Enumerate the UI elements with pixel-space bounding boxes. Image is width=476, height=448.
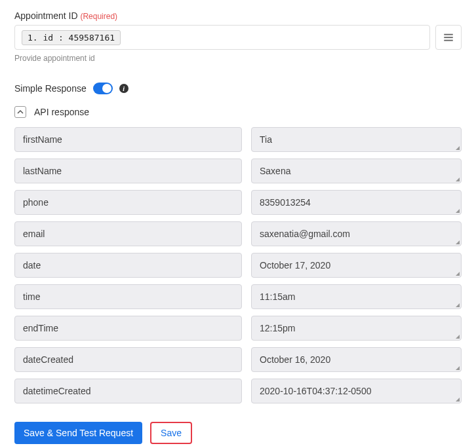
response-key-input[interactable] xyxy=(14,379,242,403)
api-response-title: API response xyxy=(34,107,89,117)
response-value-wrap xyxy=(251,284,462,309)
options-button[interactable] xyxy=(435,25,462,50)
appointment-id-help: Provide appointment id xyxy=(14,54,462,63)
response-value-input[interactable] xyxy=(251,253,462,278)
response-row xyxy=(14,127,462,152)
appointment-id-token[interactable]: 1. id : 459587161 xyxy=(22,30,121,45)
response-value-input[interactable] xyxy=(251,347,462,372)
response-key-input[interactable] xyxy=(14,347,242,372)
response-key-input[interactable] xyxy=(14,316,242,341)
response-row xyxy=(14,253,462,278)
response-value-wrap xyxy=(251,347,462,372)
appointment-id-label-text: Appointment ID xyxy=(14,10,78,21)
response-value-wrap xyxy=(251,221,462,246)
response-key-input[interactable] xyxy=(14,221,242,246)
response-row xyxy=(14,221,462,246)
svg-rect-0 xyxy=(444,34,453,35)
appointment-id-label: Appointment ID (Required) xyxy=(14,10,462,21)
response-key-input[interactable] xyxy=(14,284,242,309)
response-value-input[interactable] xyxy=(251,159,462,183)
response-value-input[interactable] xyxy=(251,284,462,309)
chevron-up-icon xyxy=(17,109,24,115)
save-send-button[interactable]: Save & Send Test Request xyxy=(14,422,142,444)
response-row xyxy=(14,347,462,372)
response-key-input[interactable] xyxy=(14,190,242,215)
response-value-input[interactable] xyxy=(251,379,462,403)
response-value-wrap xyxy=(251,190,462,215)
response-key-input[interactable] xyxy=(14,127,242,152)
simple-response-label: Simple Response xyxy=(14,83,87,94)
response-value-wrap xyxy=(251,316,462,341)
response-value-input[interactable] xyxy=(251,127,462,152)
response-row xyxy=(14,379,462,403)
response-row xyxy=(14,190,462,215)
response-value-wrap xyxy=(251,159,462,183)
save-button[interactable]: Save xyxy=(150,422,192,444)
response-row xyxy=(14,159,462,183)
appointment-id-input[interactable]: 1. id : 459587161 xyxy=(14,25,430,50)
response-value-input[interactable] xyxy=(251,316,462,341)
response-value-wrap xyxy=(251,127,462,152)
hamburger-icon xyxy=(443,31,454,43)
response-value-input[interactable] xyxy=(251,221,462,246)
response-row xyxy=(14,316,462,341)
required-tag: (Required) xyxy=(80,12,117,21)
response-grid xyxy=(14,127,462,403)
response-row xyxy=(14,284,462,309)
response-key-input[interactable] xyxy=(14,159,242,183)
response-value-wrap xyxy=(251,253,462,278)
response-value-wrap xyxy=(251,379,462,403)
response-value-input[interactable] xyxy=(251,190,462,215)
svg-rect-2 xyxy=(444,40,453,41)
info-icon[interactable]: i xyxy=(119,84,129,93)
svg-rect-1 xyxy=(444,37,453,38)
simple-response-toggle[interactable] xyxy=(93,83,113,94)
collapse-button[interactable] xyxy=(14,106,26,118)
response-key-input[interactable] xyxy=(14,253,242,278)
